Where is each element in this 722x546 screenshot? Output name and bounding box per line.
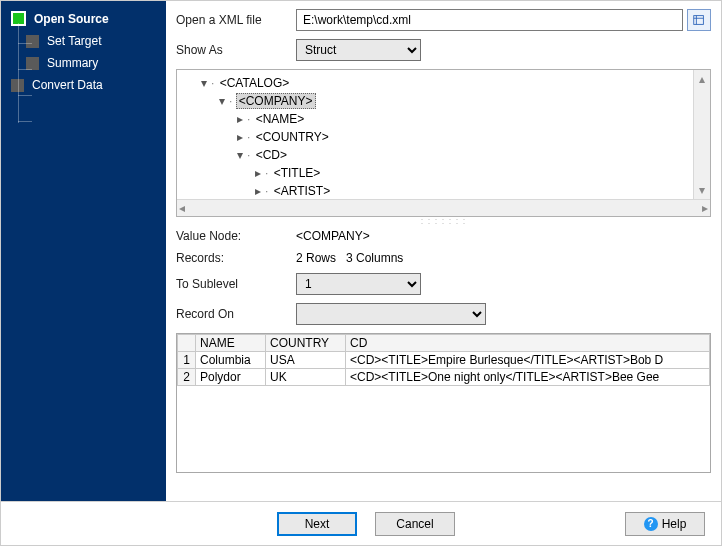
help-button[interactable]: ? Help bbox=[625, 512, 705, 536]
scroll-left-icon[interactable]: ◂ bbox=[179, 201, 185, 215]
next-button[interactable]: Next bbox=[277, 512, 357, 536]
step-indicator-icon bbox=[26, 57, 39, 70]
tree-node-artist[interactable]: <ARTIST> bbox=[272, 184, 332, 198]
tree-node-company[interactable]: <COMPANY> bbox=[236, 93, 316, 109]
cell-country[interactable]: USA bbox=[266, 352, 346, 369]
file-path-input[interactable] bbox=[296, 9, 683, 31]
step-summary[interactable]: Summary bbox=[1, 52, 166, 74]
preview-grid[interactable]: NAME COUNTRY CD 1 Columbia USA <CD><TITL… bbox=[176, 333, 711, 473]
record-on-select[interactable] bbox=[296, 303, 486, 325]
table-row[interactable]: 1 Columbia USA <CD><TITLE>Empire Burlesq… bbox=[178, 352, 710, 369]
cell-name[interactable]: Columbia bbox=[196, 352, 266, 369]
expand-toggle-icon[interactable]: ▾ bbox=[201, 74, 211, 92]
step-set-target[interactable]: Set Target bbox=[1, 30, 166, 52]
step-convert-data[interactable]: Convert Data bbox=[0, 74, 166, 96]
svg-rect-0 bbox=[694, 16, 704, 25]
tree-vertical-scrollbar[interactable]: ▴▾ bbox=[693, 70, 710, 199]
tree-node-title[interactable]: <TITLE> bbox=[272, 166, 323, 180]
scroll-up-icon[interactable]: ▴ bbox=[699, 72, 705, 86]
tree-node-name[interactable]: <NAME> bbox=[254, 112, 307, 126]
row-number: 2 bbox=[178, 369, 196, 386]
cell-cd[interactable]: <CD><TITLE>Empire Burlesque</TITLE><ARTI… bbox=[346, 352, 710, 369]
file-open-icon bbox=[692, 13, 706, 27]
show-as-select[interactable]: Struct bbox=[296, 39, 421, 61]
col-header-name[interactable]: NAME bbox=[196, 335, 266, 352]
expand-toggle-icon[interactable]: ▸ bbox=[255, 164, 265, 182]
col-header-country[interactable]: COUNTRY bbox=[266, 335, 346, 352]
step-label: Summary bbox=[47, 56, 98, 70]
grid-corner bbox=[178, 335, 196, 352]
step-label: Open Source bbox=[34, 12, 109, 26]
value-node-label: Value Node: bbox=[176, 229, 296, 243]
wizard-footer: Next Cancel ? Help bbox=[1, 501, 721, 545]
expand-toggle-icon[interactable]: ▸ bbox=[255, 182, 265, 199]
show-as-label: Show As bbox=[176, 43, 296, 57]
step-indicator-icon bbox=[26, 35, 39, 48]
row-number: 1 bbox=[178, 352, 196, 369]
step-open-source[interactable]: Open Source bbox=[1, 7, 166, 30]
splitter-grip[interactable]: : : : : : : : bbox=[176, 217, 711, 225]
step-label: Set Target bbox=[47, 34, 101, 48]
help-label: Help bbox=[662, 517, 687, 531]
tree-node-catalog[interactable]: <CATALOG> bbox=[218, 76, 292, 90]
to-sublevel-select[interactable]: 1 bbox=[296, 273, 421, 295]
scroll-down-icon[interactable]: ▾ bbox=[699, 183, 705, 197]
expand-toggle-icon[interactable]: ▸ bbox=[237, 128, 247, 146]
content-panel: Open a XML file Show As Struct ▾· <CATAL… bbox=[166, 1, 721, 501]
tree-horizontal-scrollbar[interactable]: ◂▸ bbox=[177, 199, 710, 216]
cell-country[interactable]: UK bbox=[266, 369, 346, 386]
tree-node-country[interactable]: <COUNTRY> bbox=[254, 130, 331, 144]
browse-button[interactable] bbox=[687, 9, 711, 31]
xml-tree-panel: ▾· <CATALOG> ▾· <COMPANY> ▸· <NAME> ▸· <… bbox=[176, 69, 711, 217]
cancel-button[interactable]: Cancel bbox=[375, 512, 455, 536]
cell-name[interactable]: Polydor bbox=[196, 369, 266, 386]
expand-toggle-icon[interactable]: ▸ bbox=[237, 110, 247, 128]
xml-tree[interactable]: ▾· <CATALOG> ▾· <COMPANY> ▸· <NAME> ▸· <… bbox=[177, 70, 710, 199]
wizard-sidebar: Open Source Set Target Summary Convert D… bbox=[1, 1, 166, 501]
expand-toggle-icon[interactable]: ▾ bbox=[237, 146, 247, 164]
value-node-value: <COMPANY> bbox=[296, 229, 370, 243]
record-on-label: Record On bbox=[176, 307, 296, 321]
records-value: 2 Rows 3 Columns bbox=[296, 251, 403, 265]
table-row[interactable]: 2 Polydor UK <CD><TITLE>One night only</… bbox=[178, 369, 710, 386]
step-label: Convert Data bbox=[32, 78, 103, 92]
scroll-right-icon[interactable]: ▸ bbox=[702, 201, 708, 215]
help-icon: ? bbox=[644, 517, 658, 531]
expand-toggle-icon[interactable]: ▾ bbox=[219, 92, 229, 110]
tree-node-cd[interactable]: <CD> bbox=[254, 148, 289, 162]
open-file-label: Open a XML file bbox=[176, 13, 296, 27]
records-label: Records: bbox=[176, 251, 296, 265]
to-sublevel-label: To Sublevel bbox=[176, 277, 296, 291]
col-header-cd[interactable]: CD bbox=[346, 335, 710, 352]
cell-cd[interactable]: <CD><TITLE>One night only</TITLE><ARTIST… bbox=[346, 369, 710, 386]
